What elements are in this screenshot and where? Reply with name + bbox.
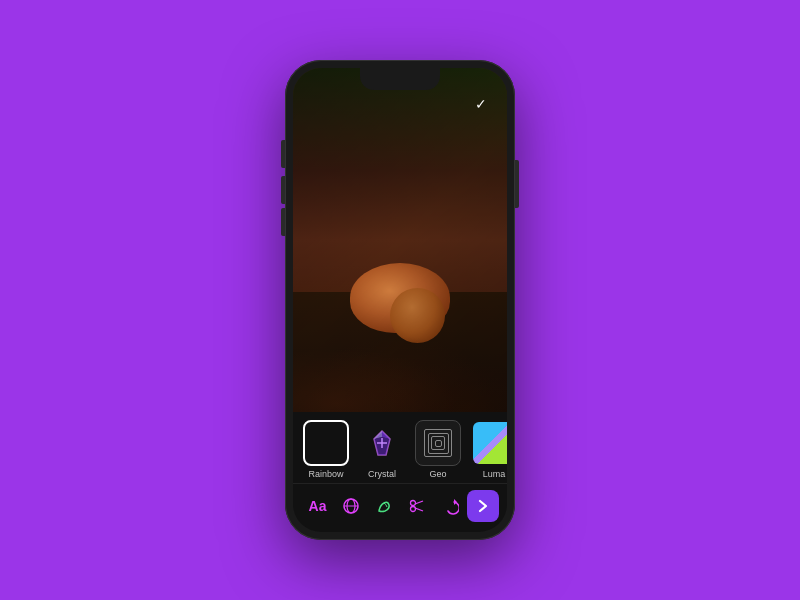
redo-button[interactable] bbox=[434, 490, 466, 522]
scissor-button[interactable] bbox=[401, 490, 433, 522]
notch bbox=[360, 68, 440, 90]
toolbar: Aa bbox=[293, 483, 507, 532]
arrow-right-icon bbox=[475, 498, 491, 514]
link-icon bbox=[342, 497, 360, 515]
scissor-icon bbox=[408, 497, 426, 515]
svg-line-12 bbox=[415, 508, 423, 511]
filter-panel: Rainbow bbox=[293, 412, 507, 483]
phone-screen: ✓ Rainbow bbox=[293, 68, 507, 532]
svg-line-11 bbox=[415, 501, 423, 504]
photo-area: ✓ bbox=[293, 68, 507, 412]
filter-label-crystal: Crystal bbox=[368, 469, 396, 479]
draw-icon bbox=[375, 497, 393, 515]
filter-item-rainbow[interactable]: Rainbow bbox=[301, 420, 351, 479]
filter-item-crystal[interactable]: Crystal bbox=[357, 420, 407, 479]
text-tool-button[interactable]: Aa bbox=[302, 490, 334, 522]
text-icon: Aa bbox=[309, 498, 327, 514]
crystal-icon bbox=[368, 429, 396, 457]
checkmark[interactable]: ✓ bbox=[475, 96, 487, 112]
svg-point-10 bbox=[410, 507, 415, 512]
redo-icon bbox=[441, 497, 459, 515]
filter-item-luma[interactable]: Luma bbox=[469, 420, 507, 479]
filter-label-luma: Luma bbox=[483, 469, 506, 479]
next-button[interactable] bbox=[467, 490, 499, 522]
filter-item-geo[interactable]: Geo bbox=[413, 420, 463, 479]
draw-button[interactable] bbox=[368, 490, 400, 522]
filter-label-rainbow: Rainbow bbox=[308, 469, 343, 479]
phone-outer: ✓ Rainbow bbox=[285, 60, 515, 540]
svg-marker-13 bbox=[454, 499, 457, 505]
link-button[interactable] bbox=[335, 490, 367, 522]
svg-point-9 bbox=[410, 501, 415, 506]
filter-scroll: Rainbow bbox=[293, 420, 507, 479]
filter-label-geo: Geo bbox=[429, 469, 446, 479]
